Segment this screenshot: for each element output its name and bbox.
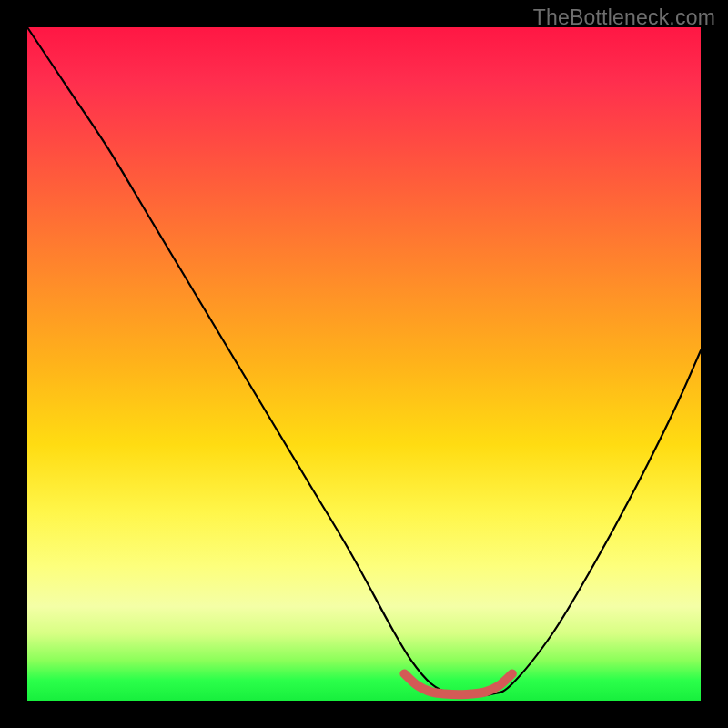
- plot-area: [27, 27, 701, 701]
- highlight-band: [404, 673, 511, 694]
- line-chart-svg: [27, 27, 701, 701]
- watermark-text: TheBottleneck.com: [533, 5, 715, 30]
- chart-curve: [27, 27, 701, 695]
- chart-frame: TheBottleneck.com: [0, 0, 728, 728]
